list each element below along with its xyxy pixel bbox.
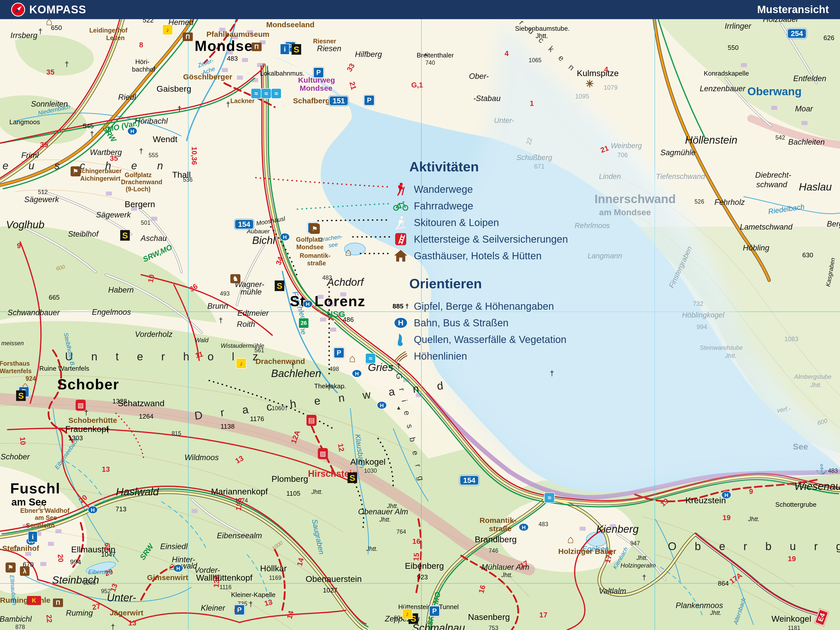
map-label: 815: [172, 431, 181, 436]
map-label: Jhtt.: [311, 489, 322, 495]
map-label: 1264: [139, 413, 153, 420]
map-label: Sägewerk: [96, 211, 131, 219]
map-label: 878: [15, 624, 25, 630]
map-label: 9: [17, 242, 21, 249]
map-canvas[interactable]: 650IrrsbergLeidingerhofLeiten522HemedPfa…: [0, 0, 840, 630]
map-label: Wiesenau: [794, 481, 840, 492]
map-label: Ruming: [66, 609, 93, 617]
map-label: Engelmoos: [92, 308, 131, 316]
map-label: Mondseeland: [266, 21, 314, 28]
map-label: Gries: [368, 362, 393, 373]
map-label: 10: [19, 437, 27, 445]
map-label: Wistaudermühle: [221, 343, 264, 349]
map-label: Bachleiten: [788, 138, 825, 146]
map-label: Almbergstube: [794, 374, 831, 380]
map-label: Haslwald: [116, 486, 159, 497]
page: 650IrrsbergLeidingerhofLeiten522HemedPfa…: [0, 0, 840, 630]
legend-item-wanderwege: Wanderwege: [393, 181, 568, 197]
map-label: Unter-: [107, 592, 136, 603]
map-label: 15: [412, 553, 420, 562]
hut-icon: [393, 249, 408, 262]
map-label: 17: [539, 611, 547, 619]
map-label: Höllkar: [260, 564, 287, 573]
info-icon: i: [28, 531, 38, 542]
map-label: 498: [329, 366, 339, 372]
map-label: Fuschl: [10, 481, 60, 496]
climbing-icon: ▨: [318, 448, 328, 459]
bus-stop-icon: H: [394, 317, 408, 328]
map-label: Lackner: [231, 98, 254, 104]
map-label: Wallhüttenkopf: [196, 573, 253, 582]
map-label: Aichingerwirt: [80, 175, 120, 182]
map-label: Aschau: [141, 234, 167, 242]
map-label: bachhof: [132, 66, 155, 73]
road-shield: 154: [459, 475, 479, 486]
map-label: 4: [505, 50, 508, 57]
map-label: 483: [227, 55, 238, 62]
map-label: Wartberg: [90, 148, 122, 156]
bike-icon: [393, 201, 408, 212]
bus-stop-icon: H: [721, 491, 731, 499]
map-label: 10: [147, 274, 155, 283]
map-label: Jhtt.: [501, 572, 513, 578]
map-label: Riesen: [317, 44, 341, 52]
swimming-icon: ≈: [271, 88, 281, 99]
anchor-icon: ⚓: [816, 464, 827, 474]
map-label: 1116: [219, 584, 232, 590]
map-label: 483: [538, 521, 548, 527]
map-label: 483: [322, 275, 332, 281]
map-label: 764: [396, 529, 406, 535]
map-label: Forsthaus: [0, 360, 30, 367]
map-label: NSG: [327, 310, 345, 318]
map-label: 1169: [269, 575, 281, 581]
sbahn-icon: S: [292, 44, 301, 55]
map-label: 1105: [286, 490, 300, 497]
map-label: 706: [617, 152, 628, 158]
swimming-icon: ≈: [251, 88, 261, 99]
map-label: Schober: [0, 453, 30, 461]
museum-icon: Π: [53, 598, 63, 607]
map-label: straße: [307, 260, 326, 266]
map-label: Konradskapelle: [704, 70, 749, 77]
map-label: Sagmühle: [660, 149, 696, 156]
info-icon: i: [280, 44, 290, 55]
church-cross-icon: †: [642, 574, 646, 581]
map-label: Jhtt.: [725, 353, 736, 359]
church-cross-icon: †: [65, 60, 69, 68]
map-label: 555: [149, 152, 158, 158]
map-label: Bambichl: [0, 615, 32, 623]
sbahn-icon: S: [275, 281, 284, 291]
map-label: Wald: [195, 337, 208, 343]
map-label: Weinberg: [611, 142, 642, 150]
map-label: Schmalnau: [412, 623, 465, 630]
map-label: Riedl: [118, 93, 136, 101]
map-label: 947: [630, 540, 640, 546]
map-label: 630: [802, 252, 813, 258]
map-label: 12: [337, 443, 345, 452]
map-label: Eichingerbauer: [76, 168, 122, 174]
map-label: 27: [92, 603, 101, 611]
map-label: Mondsee: [296, 244, 324, 250]
map-label: Wildmoos: [185, 453, 219, 461]
road-shield: 254: [787, 28, 807, 39]
jausenstation-icon: ♪: [236, 358, 246, 369]
map-label: Unter-: [494, 117, 514, 124]
map-label: Moar: [795, 105, 813, 113]
map-label: mühle: [240, 288, 262, 296]
map-label: Jhtt.: [636, 555, 648, 561]
map-label: 13: [102, 466, 110, 473]
map-label: Schwandbauer: [8, 309, 60, 316]
map-label: Frauenkopf: [65, 425, 109, 433]
bus-stop-icon: H: [377, 401, 387, 409]
legend-item-label: Höhenlinien: [414, 351, 467, 362]
spring-icon: [393, 332, 408, 346]
hut-icon: ⌂: [22, 380, 29, 391]
legend-item-label: Gipfel, Berge & Höhenangaben: [414, 301, 554, 312]
map-label: 526: [695, 199, 704, 205]
map-label: am See: [35, 515, 57, 521]
church-cross-icon: †: [550, 370, 554, 377]
church-cross-icon: †: [111, 623, 115, 630]
map-label: see: [328, 242, 338, 248]
map-label: Jhtt.: [748, 516, 759, 522]
map-label: Voglhub: [6, 219, 44, 230]
